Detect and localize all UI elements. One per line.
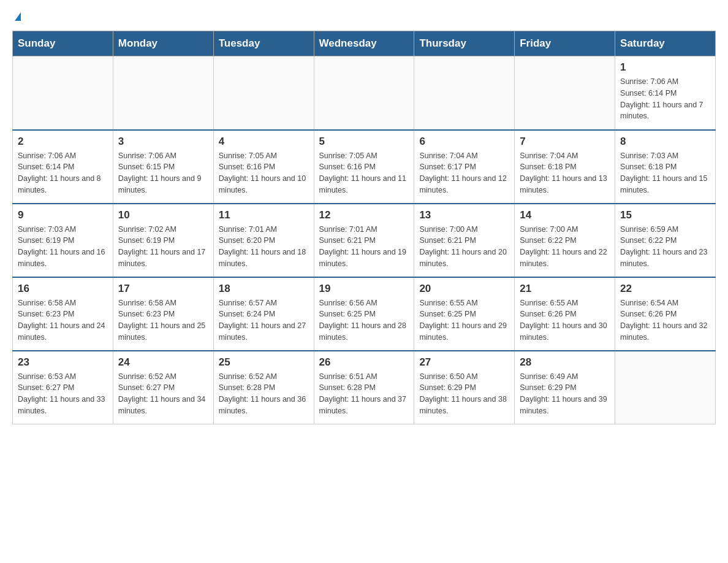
calendar-day-cell (615, 351, 716, 424)
day-number: 10 (118, 209, 208, 221)
day-info: Sunrise: 7:01 AMSunset: 6:20 PMDaylight:… (219, 224, 309, 270)
calendar-day-cell: 20Sunrise: 6:55 AMSunset: 6:25 PMDayligh… (414, 277, 515, 351)
calendar-day-cell: 2Sunrise: 7:06 AMSunset: 6:14 PMDaylight… (13, 130, 113, 204)
day-number: 22 (620, 283, 710, 295)
calendar-day-cell (213, 56, 314, 130)
day-number: 18 (219, 283, 309, 295)
day-info: Sunrise: 6:52 AMSunset: 6:27 PMDaylight:… (118, 371, 208, 417)
day-info: Sunrise: 6:50 AMSunset: 6:29 PMDaylight:… (419, 371, 509, 417)
calendar-header-row: SundayMondayTuesdayWednesdayThursdayFrid… (13, 31, 716, 56)
calendar-day-cell: 12Sunrise: 7:01 AMSunset: 6:21 PMDayligh… (314, 204, 414, 277)
calendar-day-cell: 15Sunrise: 6:59 AMSunset: 6:22 PMDayligh… (615, 204, 716, 277)
day-number: 1 (620, 61, 710, 74)
day-number: 9 (18, 209, 108, 221)
day-number: 25 (219, 356, 309, 369)
calendar-day-cell: 9Sunrise: 7:03 AMSunset: 6:19 PMDaylight… (13, 204, 113, 277)
day-of-week-header: Wednesday (314, 31, 414, 56)
day-info: Sunrise: 7:04 AMSunset: 6:18 PMDaylight:… (520, 150, 610, 196)
page-header (12, 12, 716, 21)
day-number: 5 (319, 136, 409, 148)
day-of-week-header: Tuesday (213, 31, 314, 56)
calendar-day-cell (113, 56, 213, 130)
calendar-day-cell: 6Sunrise: 7:04 AMSunset: 6:17 PMDaylight… (414, 130, 515, 204)
calendar-day-cell (414, 56, 515, 130)
day-info: Sunrise: 6:58 AMSunset: 6:23 PMDaylight:… (18, 297, 108, 343)
calendar-table: SundayMondayTuesdayWednesdayThursdayFrid… (12, 31, 716, 424)
calendar-day-cell: 11Sunrise: 7:01 AMSunset: 6:20 PMDayligh… (213, 204, 314, 277)
day-info: Sunrise: 6:57 AMSunset: 6:24 PMDaylight:… (219, 297, 309, 343)
calendar-week-row: 1Sunrise: 7:06 AMSunset: 6:14 PMDaylight… (13, 56, 716, 130)
logo-triangle-icon (15, 12, 21, 21)
day-info: Sunrise: 6:54 AMSunset: 6:26 PMDaylight:… (620, 297, 710, 343)
calendar-day-cell: 13Sunrise: 7:00 AMSunset: 6:21 PMDayligh… (414, 204, 515, 277)
day-number: 3 (118, 136, 208, 148)
day-of-week-header: Sunday (13, 31, 113, 56)
day-info: Sunrise: 6:56 AMSunset: 6:25 PMDaylight:… (319, 297, 409, 343)
day-number: 27 (419, 356, 509, 369)
day-info: Sunrise: 7:00 AMSunset: 6:21 PMDaylight:… (419, 224, 509, 270)
day-number: 23 (18, 356, 108, 369)
calendar-day-cell (515, 56, 615, 130)
calendar-week-row: 23Sunrise: 6:53 AMSunset: 6:27 PMDayligh… (13, 351, 716, 424)
day-number: 19 (319, 283, 409, 295)
day-number: 16 (18, 283, 108, 295)
day-number: 13 (419, 209, 509, 221)
day-info: Sunrise: 7:03 AMSunset: 6:19 PMDaylight:… (18, 224, 108, 270)
day-number: 15 (620, 209, 710, 221)
calendar-day-cell: 16Sunrise: 6:58 AMSunset: 6:23 PMDayligh… (13, 277, 113, 351)
day-info: Sunrise: 6:59 AMSunset: 6:22 PMDaylight:… (620, 224, 710, 270)
calendar-day-cell: 14Sunrise: 7:00 AMSunset: 6:22 PMDayligh… (515, 204, 615, 277)
logo (12, 12, 21, 21)
calendar-day-cell: 5Sunrise: 7:05 AMSunset: 6:16 PMDaylight… (314, 130, 414, 204)
day-info: Sunrise: 7:01 AMSunset: 6:21 PMDaylight:… (319, 224, 409, 270)
day-info: Sunrise: 7:05 AMSunset: 6:16 PMDaylight:… (219, 150, 309, 196)
calendar-day-cell: 19Sunrise: 6:56 AMSunset: 6:25 PMDayligh… (314, 277, 414, 351)
calendar-day-cell: 26Sunrise: 6:51 AMSunset: 6:28 PMDayligh… (314, 351, 414, 424)
calendar-day-cell (314, 56, 414, 130)
calendar-week-row: 16Sunrise: 6:58 AMSunset: 6:23 PMDayligh… (13, 277, 716, 351)
calendar-week-row: 2Sunrise: 7:06 AMSunset: 6:14 PMDaylight… (13, 130, 716, 204)
day-number: 17 (118, 283, 208, 295)
calendar-day-cell: 1Sunrise: 7:06 AMSunset: 6:14 PMDaylight… (615, 56, 716, 130)
calendar-day-cell: 17Sunrise: 6:58 AMSunset: 6:23 PMDayligh… (113, 277, 213, 351)
calendar-day-cell: 24Sunrise: 6:52 AMSunset: 6:27 PMDayligh… (113, 351, 213, 424)
day-info: Sunrise: 7:04 AMSunset: 6:17 PMDaylight:… (419, 150, 509, 196)
calendar-day-cell: 18Sunrise: 6:57 AMSunset: 6:24 PMDayligh… (213, 277, 314, 351)
calendar-day-cell: 27Sunrise: 6:50 AMSunset: 6:29 PMDayligh… (414, 351, 515, 424)
day-info: Sunrise: 7:06 AMSunset: 6:14 PMDaylight:… (620, 76, 710, 122)
day-info: Sunrise: 7:02 AMSunset: 6:19 PMDaylight:… (118, 224, 208, 270)
day-info: Sunrise: 6:52 AMSunset: 6:28 PMDaylight:… (219, 371, 309, 417)
calendar-day-cell: 4Sunrise: 7:05 AMSunset: 6:16 PMDaylight… (213, 130, 314, 204)
calendar-day-cell: 25Sunrise: 6:52 AMSunset: 6:28 PMDayligh… (213, 351, 314, 424)
day-number: 28 (520, 356, 610, 369)
day-of-week-header: Friday (515, 31, 615, 56)
day-number: 24 (118, 356, 208, 369)
day-number: 2 (18, 136, 108, 148)
day-number: 11 (219, 209, 309, 221)
day-info: Sunrise: 6:53 AMSunset: 6:27 PMDaylight:… (18, 371, 108, 417)
day-info: Sunrise: 7:06 AMSunset: 6:15 PMDaylight:… (118, 150, 208, 196)
day-number: 21 (520, 283, 610, 295)
calendar-day-cell: 10Sunrise: 7:02 AMSunset: 6:19 PMDayligh… (113, 204, 213, 277)
calendar-day-cell: 21Sunrise: 6:55 AMSunset: 6:26 PMDayligh… (515, 277, 615, 351)
day-number: 26 (319, 356, 409, 369)
day-info: Sunrise: 6:58 AMSunset: 6:23 PMDaylight:… (118, 297, 208, 343)
calendar-day-cell (13, 56, 113, 130)
day-number: 7 (520, 136, 610, 148)
day-info: Sunrise: 7:05 AMSunset: 6:16 PMDaylight:… (319, 150, 409, 196)
day-info: Sunrise: 7:06 AMSunset: 6:14 PMDaylight:… (18, 150, 108, 196)
day-number: 6 (419, 136, 509, 148)
calendar-day-cell: 3Sunrise: 7:06 AMSunset: 6:15 PMDaylight… (113, 130, 213, 204)
day-number: 8 (620, 136, 710, 148)
calendar-day-cell: 28Sunrise: 6:49 AMSunset: 6:29 PMDayligh… (515, 351, 615, 424)
day-of-week-header: Saturday (615, 31, 716, 56)
day-info: Sunrise: 6:49 AMSunset: 6:29 PMDaylight:… (520, 371, 610, 417)
day-number: 20 (419, 283, 509, 295)
day-info: Sunrise: 6:51 AMSunset: 6:28 PMDaylight:… (319, 371, 409, 417)
day-number: 4 (219, 136, 309, 148)
calendar-week-row: 9Sunrise: 7:03 AMSunset: 6:19 PMDaylight… (13, 204, 716, 277)
day-info: Sunrise: 7:03 AMSunset: 6:18 PMDaylight:… (620, 150, 710, 196)
day-info: Sunrise: 6:55 AMSunset: 6:26 PMDaylight:… (520, 297, 610, 343)
calendar-day-cell: 22Sunrise: 6:54 AMSunset: 6:26 PMDayligh… (615, 277, 716, 351)
day-number: 14 (520, 209, 610, 221)
